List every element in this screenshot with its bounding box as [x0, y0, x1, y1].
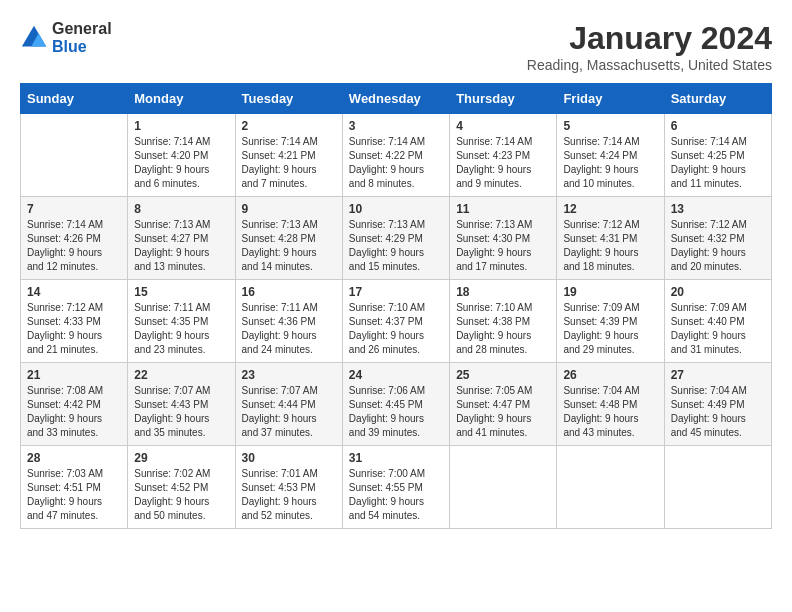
day-number: 12: [563, 202, 657, 216]
calendar-cell: 10Sunrise: 7:13 AMSunset: 4:29 PMDayligh…: [342, 197, 449, 280]
logo-blue: Blue: [52, 38, 112, 56]
cell-info: Sunrise: 7:13 AMSunset: 4:27 PMDaylight:…: [134, 218, 228, 274]
day-number: 10: [349, 202, 443, 216]
cell-info: Sunrise: 7:14 AMSunset: 4:24 PMDaylight:…: [563, 135, 657, 191]
day-number: 25: [456, 368, 550, 382]
day-number: 1: [134, 119, 228, 133]
calendar-week-row: 14Sunrise: 7:12 AMSunset: 4:33 PMDayligh…: [21, 280, 772, 363]
day-number: 19: [563, 285, 657, 299]
logo-text: General Blue: [52, 20, 112, 56]
day-number: 15: [134, 285, 228, 299]
logo-icon: [20, 24, 48, 52]
cell-info: Sunrise: 7:05 AMSunset: 4:47 PMDaylight:…: [456, 384, 550, 440]
calendar-cell: 6Sunrise: 7:14 AMSunset: 4:25 PMDaylight…: [664, 114, 771, 197]
cell-info: Sunrise: 7:14 AMSunset: 4:26 PMDaylight:…: [27, 218, 121, 274]
calendar-week-row: 1Sunrise: 7:14 AMSunset: 4:20 PMDaylight…: [21, 114, 772, 197]
calendar-cell: 1Sunrise: 7:14 AMSunset: 4:20 PMDaylight…: [128, 114, 235, 197]
day-number: 26: [563, 368, 657, 382]
cell-info: Sunrise: 7:08 AMSunset: 4:42 PMDaylight:…: [27, 384, 121, 440]
calendar-cell: 13Sunrise: 7:12 AMSunset: 4:32 PMDayligh…: [664, 197, 771, 280]
calendar-table: SundayMondayTuesdayWednesdayThursdayFrid…: [20, 83, 772, 529]
day-number: 18: [456, 285, 550, 299]
day-number: 7: [27, 202, 121, 216]
weekday-header: Sunday: [21, 84, 128, 114]
cell-info: Sunrise: 7:14 AMSunset: 4:20 PMDaylight:…: [134, 135, 228, 191]
calendar-cell: 30Sunrise: 7:01 AMSunset: 4:53 PMDayligh…: [235, 446, 342, 529]
logo-general: General: [52, 20, 112, 38]
calendar-cell: 24Sunrise: 7:06 AMSunset: 4:45 PMDayligh…: [342, 363, 449, 446]
calendar-week-row: 28Sunrise: 7:03 AMSunset: 4:51 PMDayligh…: [21, 446, 772, 529]
cell-info: Sunrise: 7:11 AMSunset: 4:35 PMDaylight:…: [134, 301, 228, 357]
calendar-cell: [450, 446, 557, 529]
day-number: 28: [27, 451, 121, 465]
calendar-cell: [664, 446, 771, 529]
calendar-cell: 4Sunrise: 7:14 AMSunset: 4:23 PMDaylight…: [450, 114, 557, 197]
cell-info: Sunrise: 7:12 AMSunset: 4:33 PMDaylight:…: [27, 301, 121, 357]
cell-info: Sunrise: 7:14 AMSunset: 4:25 PMDaylight:…: [671, 135, 765, 191]
day-number: 5: [563, 119, 657, 133]
calendar-cell: 14Sunrise: 7:12 AMSunset: 4:33 PMDayligh…: [21, 280, 128, 363]
calendar-cell: 9Sunrise: 7:13 AMSunset: 4:28 PMDaylight…: [235, 197, 342, 280]
logo: General Blue: [20, 20, 112, 56]
cell-info: Sunrise: 7:14 AMSunset: 4:23 PMDaylight:…: [456, 135, 550, 191]
calendar-cell: [557, 446, 664, 529]
cell-info: Sunrise: 7:14 AMSunset: 4:21 PMDaylight:…: [242, 135, 336, 191]
day-number: 16: [242, 285, 336, 299]
day-number: 3: [349, 119, 443, 133]
day-number: 9: [242, 202, 336, 216]
calendar-cell: 29Sunrise: 7:02 AMSunset: 4:52 PMDayligh…: [128, 446, 235, 529]
weekday-header: Friday: [557, 84, 664, 114]
cell-info: Sunrise: 7:13 AMSunset: 4:28 PMDaylight:…: [242, 218, 336, 274]
calendar-cell: 17Sunrise: 7:10 AMSunset: 4:37 PMDayligh…: [342, 280, 449, 363]
weekday-header: Monday: [128, 84, 235, 114]
weekday-header: Thursday: [450, 84, 557, 114]
day-number: 27: [671, 368, 765, 382]
calendar-cell: 25Sunrise: 7:05 AMSunset: 4:47 PMDayligh…: [450, 363, 557, 446]
day-number: 20: [671, 285, 765, 299]
calendar-cell: 26Sunrise: 7:04 AMSunset: 4:48 PMDayligh…: [557, 363, 664, 446]
calendar-cell: [21, 114, 128, 197]
calendar-cell: 19Sunrise: 7:09 AMSunset: 4:39 PMDayligh…: [557, 280, 664, 363]
weekday-header: Saturday: [664, 84, 771, 114]
calendar-cell: 31Sunrise: 7:00 AMSunset: 4:55 PMDayligh…: [342, 446, 449, 529]
cell-info: Sunrise: 7:13 AMSunset: 4:29 PMDaylight:…: [349, 218, 443, 274]
cell-info: Sunrise: 7:10 AMSunset: 4:37 PMDaylight:…: [349, 301, 443, 357]
calendar-week-row: 21Sunrise: 7:08 AMSunset: 4:42 PMDayligh…: [21, 363, 772, 446]
cell-info: Sunrise: 7:14 AMSunset: 4:22 PMDaylight:…: [349, 135, 443, 191]
location: Reading, Massachusetts, United States: [527, 57, 772, 73]
calendar-cell: 3Sunrise: 7:14 AMSunset: 4:22 PMDaylight…: [342, 114, 449, 197]
calendar-cell: 8Sunrise: 7:13 AMSunset: 4:27 PMDaylight…: [128, 197, 235, 280]
day-number: 30: [242, 451, 336, 465]
day-number: 17: [349, 285, 443, 299]
day-number: 14: [27, 285, 121, 299]
day-number: 6: [671, 119, 765, 133]
calendar-cell: 27Sunrise: 7:04 AMSunset: 4:49 PMDayligh…: [664, 363, 771, 446]
calendar-cell: 16Sunrise: 7:11 AMSunset: 4:36 PMDayligh…: [235, 280, 342, 363]
cell-info: Sunrise: 7:06 AMSunset: 4:45 PMDaylight:…: [349, 384, 443, 440]
calendar-week-row: 7Sunrise: 7:14 AMSunset: 4:26 PMDaylight…: [21, 197, 772, 280]
day-number: 29: [134, 451, 228, 465]
weekday-header: Tuesday: [235, 84, 342, 114]
day-number: 4: [456, 119, 550, 133]
cell-info: Sunrise: 7:00 AMSunset: 4:55 PMDaylight:…: [349, 467, 443, 523]
cell-info: Sunrise: 7:04 AMSunset: 4:48 PMDaylight:…: [563, 384, 657, 440]
day-number: 8: [134, 202, 228, 216]
cell-info: Sunrise: 7:12 AMSunset: 4:32 PMDaylight:…: [671, 218, 765, 274]
calendar-cell: 23Sunrise: 7:07 AMSunset: 4:44 PMDayligh…: [235, 363, 342, 446]
cell-info: Sunrise: 7:09 AMSunset: 4:40 PMDaylight:…: [671, 301, 765, 357]
day-number: 13: [671, 202, 765, 216]
calendar-cell: 7Sunrise: 7:14 AMSunset: 4:26 PMDaylight…: [21, 197, 128, 280]
cell-info: Sunrise: 7:12 AMSunset: 4:31 PMDaylight:…: [563, 218, 657, 274]
cell-info: Sunrise: 7:07 AMSunset: 4:44 PMDaylight:…: [242, 384, 336, 440]
day-number: 21: [27, 368, 121, 382]
cell-info: Sunrise: 7:02 AMSunset: 4:52 PMDaylight:…: [134, 467, 228, 523]
day-number: 31: [349, 451, 443, 465]
calendar-cell: 22Sunrise: 7:07 AMSunset: 4:43 PMDayligh…: [128, 363, 235, 446]
calendar-cell: 20Sunrise: 7:09 AMSunset: 4:40 PMDayligh…: [664, 280, 771, 363]
day-number: 23: [242, 368, 336, 382]
calendar-cell: 15Sunrise: 7:11 AMSunset: 4:35 PMDayligh…: [128, 280, 235, 363]
day-number: 2: [242, 119, 336, 133]
cell-info: Sunrise: 7:04 AMSunset: 4:49 PMDaylight:…: [671, 384, 765, 440]
month-title: January 2024: [527, 20, 772, 57]
page-header: General Blue January 2024 Reading, Massa…: [20, 20, 772, 73]
